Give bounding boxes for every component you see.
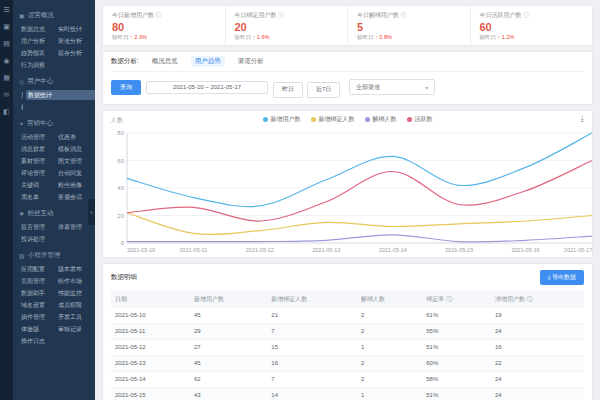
legend-label: 活跃数 <box>415 115 433 124</box>
sidebar-item[interactable]: 黑名单 <box>19 192 53 202</box>
sidebar-item[interactable]: 性能监控 <box>56 288 90 298</box>
sidebar-item[interactable]: 数据总览 <box>19 24 53 34</box>
table-column-header: 日期 <box>111 291 190 308</box>
legend-item[interactable]: 新增绑定人数 <box>311 115 355 124</box>
sidebar-collapse-handle[interactable]: ‹ <box>88 199 95 225</box>
export-button[interactable]: ⤓ 导出数据 <box>540 270 584 285</box>
sidebar-item[interactable]: 客服会话 <box>56 192 90 202</box>
legend-item[interactable]: 活跃数 <box>407 115 433 124</box>
sidebar-item[interactable]: 数据助手 <box>19 288 53 298</box>
sidebar-group-header: ◎用户中心 <box>19 77 90 86</box>
sidebar-item[interactable]: 评论管理 <box>19 168 53 178</box>
sidebar-item[interactable]: 活动管理 <box>19 132 53 142</box>
sidebar-item[interactable]: 留存分析 <box>56 48 90 58</box>
table-row[interactable]: 2021-05-104521261%19 <box>111 308 584 324</box>
sidebar-strip-icon[interactable]: ▤ <box>3 40 10 48</box>
table-cell: 2021-05-12 <box>111 339 190 355</box>
sidebar-item[interactable]: 模板消息 <box>56 144 90 154</box>
sidebar-item[interactable]: 页面管理 <box>19 276 53 286</box>
stat-card-delta-value: 0.8% <box>378 34 392 40</box>
sidebar-item[interactable]: 投诉处理 <box>19 234 53 244</box>
sidebar-item[interactable]: 行为洞察 <box>19 60 53 70</box>
sidebar-item[interactable]: 体验版 <box>19 324 53 334</box>
sidebar-menu: ▣运营概况数据总览实时统计用户分析渠道分析趋势报表留存分析行为洞察◎用户中心用户… <box>13 0 95 400</box>
sidebar-item[interactable]: 开发工具 <box>56 312 90 322</box>
sidebar-item[interactable]: 素材管理 <box>19 156 53 166</box>
legend-marker <box>407 117 412 122</box>
sidebar-item[interactable]: 弹幕管理 <box>56 222 90 232</box>
chart-line-解绑人数 <box>127 234 592 241</box>
sidebar-item[interactable]: 图文管理 <box>56 156 90 166</box>
sidebar-item[interactable]: 应用配置 <box>19 264 53 274</box>
sidebar-strip-icon[interactable]: ✉ <box>4 91 10 99</box>
sidebar-strip-icon[interactable]: ▦ <box>3 74 10 82</box>
info-icon: ⓘ <box>278 12 284 18</box>
stat-card-label: 今日活跃用户数 ⓘ <box>480 11 584 20</box>
sidebar-group-header: ▧小程序管理 <box>19 251 90 260</box>
table-cell: 21 <box>267 308 357 324</box>
sidebar-item[interactable]: 实时统计 <box>56 24 90 34</box>
sidebar-item[interactable]: 成员权限 <box>56 300 90 310</box>
sidebar-item[interactable]: 数据统计 <box>26 90 95 100</box>
table-column-header: 绑定率 ⓘ <box>422 291 491 308</box>
sidebar-item[interactable]: 审核记录 <box>56 324 90 334</box>
legend-item[interactable]: 解绑人数 <box>365 115 397 124</box>
y-tick-label: 80 <box>117 130 124 136</box>
stat-card[interactable]: 今日绑定用户数 ⓘ20较昨日 ↑ 1.6% <box>226 6 349 45</box>
sidebar-group-header: ▣运营概况 <box>19 11 90 20</box>
tabs-row: 数据分析: 概况总览用户趋势渠道分析 <box>111 56 584 72</box>
stat-card[interactable]: 今日新增用户数 ⓘ80较昨日 ↑ 2.3% <box>103 6 226 45</box>
sidebar-item[interactable]: 粉丝画像 <box>56 180 90 190</box>
sidebar-item[interactable]: 用户列表 <box>19 90 23 100</box>
quick-range-button[interactable]: 近7日 <box>307 82 340 98</box>
table-row[interactable]: 2021-05-122715151%16 <box>111 339 584 355</box>
sidebar-strip-icon[interactable]: ☰ <box>3 6 9 14</box>
sidebar-strip-icon[interactable]: ▣ <box>3 23 10 31</box>
filter-row: 查询 2021-05-10 ~ 2021-05-17 昨日近7日 全部渠道 ▾ <box>111 77 584 98</box>
stat-card-delta: 较昨日 ↑ 1.2% <box>480 34 584 41</box>
tab-item[interactable]: 渠道分析 <box>234 56 268 67</box>
stat-card-delta-value: 1.6% <box>255 34 269 40</box>
sidebar-group-header: ✦营销中心 <box>19 119 90 128</box>
table-row[interactable]: 2021-05-134516260%22 <box>111 355 584 371</box>
sidebar-item[interactable]: 关键词 <box>19 180 53 190</box>
stat-card-label: 今日解绑用户数 ⓘ <box>357 11 461 20</box>
stat-card[interactable]: 今日活跃用户数 ⓘ60较昨日 ↑ 1.2% <box>471 6 593 45</box>
sidebar-item[interactable]: 操作日志 <box>19 336 53 346</box>
table-row[interactable]: 2021-05-154314151%24 <box>111 387 584 400</box>
y-tick-label: 20 <box>117 212 124 218</box>
channel-select-value: 全部渠道 <box>356 83 380 92</box>
tab-item[interactable]: 概况总览 <box>148 56 182 67</box>
legend-marker <box>365 117 370 122</box>
sidebar-strip-icon[interactable]: ◧ <box>3 108 10 116</box>
sidebar-item[interactable]: 标签管理 <box>19 102 23 112</box>
download-icon[interactable]: ⤓ <box>580 114 584 124</box>
table-cell: 2 <box>357 308 422 324</box>
main-content: 今日新增用户数 ⓘ80较昨日 ↑ 2.3%今日绑定用户数 ⓘ20较昨日 ↑ 1.… <box>95 0 600 400</box>
sidebar-item[interactable]: 留言管理 <box>19 222 53 232</box>
sidebar-item[interactable]: 插件管理 <box>19 312 53 322</box>
table-cell: 24 <box>491 387 584 400</box>
legend-item[interactable]: 新增用户数 <box>263 115 301 124</box>
query-button[interactable]: 查询 <box>111 80 141 95</box>
table-row[interactable]: 2021-05-11297255%24 <box>111 323 584 339</box>
stat-cards-row: 今日新增用户数 ⓘ80较昨日 ↑ 2.3%今日绑定用户数 ⓘ20较昨日 ↑ 1.… <box>102 5 593 46</box>
sidebar-item[interactable]: 趋势报表 <box>19 48 53 58</box>
sidebar-item[interactable]: 域名设置 <box>19 300 53 310</box>
stat-card[interactable]: 今日解绑用户数 ⓘ5较昨日 ↑ 0.8% <box>348 6 471 45</box>
sidebar-item[interactable]: 消息群发 <box>19 144 53 154</box>
quick-range-button[interactable]: 昨日 <box>273 82 303 98</box>
channel-select[interactable]: 全部渠道 ▾ <box>349 79 435 95</box>
sidebar-group-items: 留言管理弹幕管理投诉处理 <box>19 222 90 244</box>
sidebar-strip-icon[interactable]: ◉ <box>3 57 9 65</box>
sidebar-item[interactable]: 渠道分析 <box>56 36 90 46</box>
sidebar-item[interactable]: 用户分析 <box>19 36 53 46</box>
tab-active[interactable]: 用户趋势 <box>191 56 225 67</box>
table-row[interactable]: 2021-05-14627258%24 <box>111 371 584 387</box>
sidebar-item[interactable]: 优惠券 <box>56 132 90 142</box>
sidebar-item[interactable]: 版本发布 <box>56 264 90 274</box>
date-range-input[interactable]: 2021-05-10 ~ 2021-05-17 <box>146 81 268 94</box>
sidebar-item[interactable]: 自动回复 <box>56 168 90 178</box>
table-cell: 1 <box>357 339 422 355</box>
sidebar-item[interactable]: 组件市场 <box>56 276 90 286</box>
